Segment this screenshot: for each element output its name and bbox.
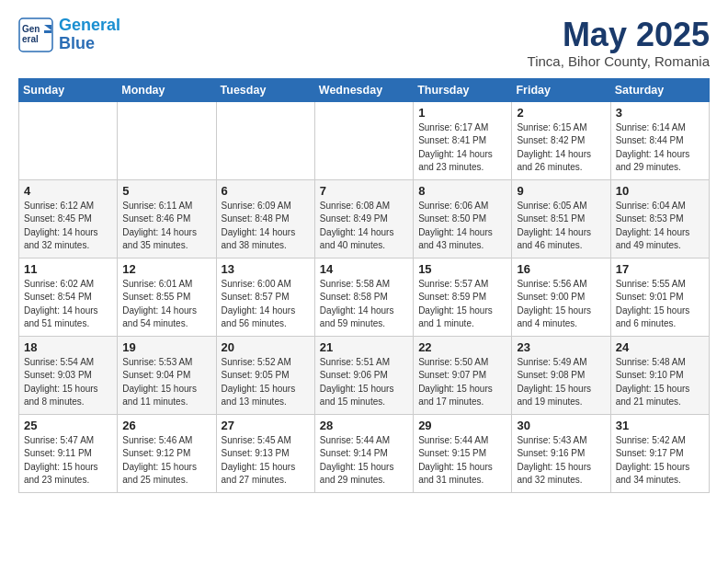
day-number: 28 <box>320 419 408 432</box>
calendar-table: SundayMondayTuesdayWednesdayThursdayFrid… <box>18 78 710 493</box>
calendar-cell: 15Sunrise: 5:57 AM Sunset: 8:59 PM Dayli… <box>414 258 512 336</box>
weekday-header-saturday: Saturday <box>610 78 709 101</box>
calendar-cell: 24Sunrise: 5:48 AM Sunset: 9:10 PM Dayli… <box>610 336 709 414</box>
day-number: 20 <box>222 340 310 354</box>
day-number: 14 <box>320 262 408 276</box>
calendar-cell: 10Sunrise: 6:04 AM Sunset: 8:53 PM Dayli… <box>610 179 709 258</box>
day-number: 2 <box>517 106 605 120</box>
day-info: Sunrise: 5:51 AM Sunset: 9:06 PM Dayligh… <box>320 356 408 409</box>
calendar-container: Gen eral GeneralBlue May 2025 Tinca, Bih… <box>0 0 728 510</box>
calendar-cell: 23Sunrise: 5:49 AM Sunset: 9:08 PM Dayli… <box>512 336 610 414</box>
day-number: 11 <box>24 262 112 276</box>
weekday-header-tuesday: Tuesday <box>216 78 314 101</box>
day-info: Sunrise: 6:15 AM Sunset: 8:42 PM Dayligh… <box>517 121 605 175</box>
day-number: 5 <box>122 184 210 198</box>
weekday-header-thursday: Thursday <box>414 78 512 101</box>
calendar-cell: 6Sunrise: 6:09 AM Sunset: 8:48 PM Daylig… <box>216 179 314 258</box>
day-number: 4 <box>24 184 112 198</box>
calendar-cell: 9Sunrise: 6:05 AM Sunset: 8:51 PM Daylig… <box>512 179 610 258</box>
day-number: 16 <box>517 262 605 276</box>
day-number: 13 <box>222 262 310 276</box>
calendar-cell: 1Sunrise: 6:17 AM Sunset: 8:41 PM Daylig… <box>414 101 512 179</box>
day-info: Sunrise: 5:57 AM Sunset: 8:59 PM Dayligh… <box>418 278 506 331</box>
calendar-cell: 28Sunrise: 5:44 AM Sunset: 9:14 PM Dayli… <box>314 414 413 492</box>
day-number: 8 <box>418 184 506 198</box>
calendar-cell: 17Sunrise: 5:55 AM Sunset: 9:01 PM Dayli… <box>610 258 709 336</box>
week-row-1: 1Sunrise: 6:17 AM Sunset: 8:41 PM Daylig… <box>19 101 710 179</box>
week-row-2: 4Sunrise: 6:12 AM Sunset: 8:45 PM Daylig… <box>19 179 710 258</box>
weekday-header-sunday: Sunday <box>19 78 118 101</box>
calendar-cell <box>19 101 118 179</box>
calendar-cell: 13Sunrise: 6:00 AM Sunset: 8:57 PM Dayli… <box>216 258 314 336</box>
day-number: 3 <box>616 106 704 120</box>
svg-rect-4 <box>44 30 51 33</box>
calendar-cell: 18Sunrise: 5:54 AM Sunset: 9:03 PM Dayli… <box>19 336 118 414</box>
week-row-3: 11Sunrise: 6:02 AM Sunset: 8:54 PM Dayli… <box>19 258 710 336</box>
day-info: Sunrise: 5:47 AM Sunset: 9:11 PM Dayligh… <box>24 434 112 488</box>
day-number: 19 <box>122 340 210 354</box>
day-number: 12 <box>122 262 210 276</box>
calendar-cell: 27Sunrise: 5:45 AM Sunset: 9:13 PM Dayli… <box>216 414 314 492</box>
day-number: 1 <box>418 106 506 120</box>
calendar-title: May 2025 <box>528 17 710 53</box>
day-info: Sunrise: 5:56 AM Sunset: 9:00 PM Dayligh… <box>517 278 605 331</box>
day-info: Sunrise: 5:42 AM Sunset: 9:17 PM Dayligh… <box>616 434 704 488</box>
day-info: Sunrise: 5:50 AM Sunset: 9:07 PM Dayligh… <box>418 356 506 409</box>
day-number: 7 <box>320 184 408 198</box>
day-number: 10 <box>616 184 704 198</box>
calendar-cell: 8Sunrise: 6:06 AM Sunset: 8:50 PM Daylig… <box>414 179 512 258</box>
day-info: Sunrise: 6:04 AM Sunset: 8:53 PM Dayligh… <box>616 200 704 253</box>
day-info: Sunrise: 6:02 AM Sunset: 8:54 PM Dayligh… <box>24 278 112 331</box>
day-number: 25 <box>24 419 112 432</box>
calendar-subtitle: Tinca, Bihor County, Romania <box>528 53 710 69</box>
weekday-header-friday: Friday <box>512 78 610 101</box>
calendar-cell: 11Sunrise: 6:02 AM Sunset: 8:54 PM Dayli… <box>19 258 118 336</box>
day-info: Sunrise: 5:49 AM Sunset: 9:08 PM Dayligh… <box>517 356 605 409</box>
day-number: 18 <box>24 340 112 354</box>
day-info: Sunrise: 6:12 AM Sunset: 8:45 PM Dayligh… <box>24 200 112 253</box>
svg-text:eral: eral <box>22 34 39 44</box>
day-number: 23 <box>517 340 605 354</box>
day-number: 22 <box>418 340 506 354</box>
calendar-cell: 25Sunrise: 5:47 AM Sunset: 9:11 PM Dayli… <box>19 414 118 492</box>
day-number: 24 <box>616 340 704 354</box>
day-number: 26 <box>122 419 210 432</box>
calendar-cell: 16Sunrise: 5:56 AM Sunset: 9:00 PM Dayli… <box>512 258 610 336</box>
day-info: Sunrise: 6:17 AM Sunset: 8:41 PM Dayligh… <box>418 121 506 175</box>
day-number: 17 <box>616 262 704 276</box>
calendar-cell: 2Sunrise: 6:15 AM Sunset: 8:42 PM Daylig… <box>512 101 610 179</box>
calendar-cell: 12Sunrise: 6:01 AM Sunset: 8:55 PM Dayli… <box>118 258 216 336</box>
day-info: Sunrise: 5:45 AM Sunset: 9:13 PM Dayligh… <box>222 434 310 488</box>
day-info: Sunrise: 6:01 AM Sunset: 8:55 PM Dayligh… <box>122 278 210 331</box>
day-number: 30 <box>517 419 605 432</box>
day-number: 9 <box>517 184 605 198</box>
logo-text: GeneralBlue <box>59 17 120 53</box>
day-info: Sunrise: 5:46 AM Sunset: 9:12 PM Dayligh… <box>122 434 210 488</box>
calendar-cell: 20Sunrise: 5:52 AM Sunset: 9:05 PM Dayli… <box>216 336 314 414</box>
calendar-cell: 3Sunrise: 6:14 AM Sunset: 8:44 PM Daylig… <box>610 101 709 179</box>
calendar-cell: 7Sunrise: 6:08 AM Sunset: 8:49 PM Daylig… <box>314 179 413 258</box>
week-row-5: 25Sunrise: 5:47 AM Sunset: 9:11 PM Dayli… <box>19 414 710 492</box>
day-info: Sunrise: 5:55 AM Sunset: 9:01 PM Dayligh… <box>616 278 704 331</box>
calendar-cell <box>216 101 314 179</box>
day-info: Sunrise: 5:44 AM Sunset: 9:14 PM Dayligh… <box>320 434 408 488</box>
weekday-header-row: SundayMondayTuesdayWednesdayThursdayFrid… <box>19 78 710 101</box>
day-info: Sunrise: 5:54 AM Sunset: 9:03 PM Dayligh… <box>24 356 112 409</box>
day-info: Sunrise: 5:44 AM Sunset: 9:15 PM Dayligh… <box>418 434 506 488</box>
day-info: Sunrise: 6:11 AM Sunset: 8:46 PM Dayligh… <box>122 200 210 253</box>
calendar-cell: 30Sunrise: 5:43 AM Sunset: 9:16 PM Dayli… <box>512 414 610 492</box>
weekday-header-monday: Monday <box>118 78 216 101</box>
day-info: Sunrise: 6:05 AM Sunset: 8:51 PM Dayligh… <box>517 200 605 253</box>
title-block: May 2025 Tinca, Bihor County, Romania <box>528 17 710 69</box>
day-info: Sunrise: 5:58 AM Sunset: 8:58 PM Dayligh… <box>320 278 408 331</box>
calendar-cell: 31Sunrise: 5:42 AM Sunset: 9:17 PM Dayli… <box>610 414 709 492</box>
day-info: Sunrise: 6:00 AM Sunset: 8:57 PM Dayligh… <box>222 278 310 331</box>
calendar-cell: 19Sunrise: 5:53 AM Sunset: 9:04 PM Dayli… <box>118 336 216 414</box>
day-number: 15 <box>418 262 506 276</box>
day-info: Sunrise: 5:52 AM Sunset: 9:05 PM Dayligh… <box>222 356 310 409</box>
calendar-cell: 4Sunrise: 6:12 AM Sunset: 8:45 PM Daylig… <box>19 179 118 258</box>
logo-icon: Gen eral <box>18 17 53 52</box>
day-number: 6 <box>222 184 310 198</box>
calendar-cell <box>314 101 413 179</box>
day-number: 31 <box>616 419 704 432</box>
